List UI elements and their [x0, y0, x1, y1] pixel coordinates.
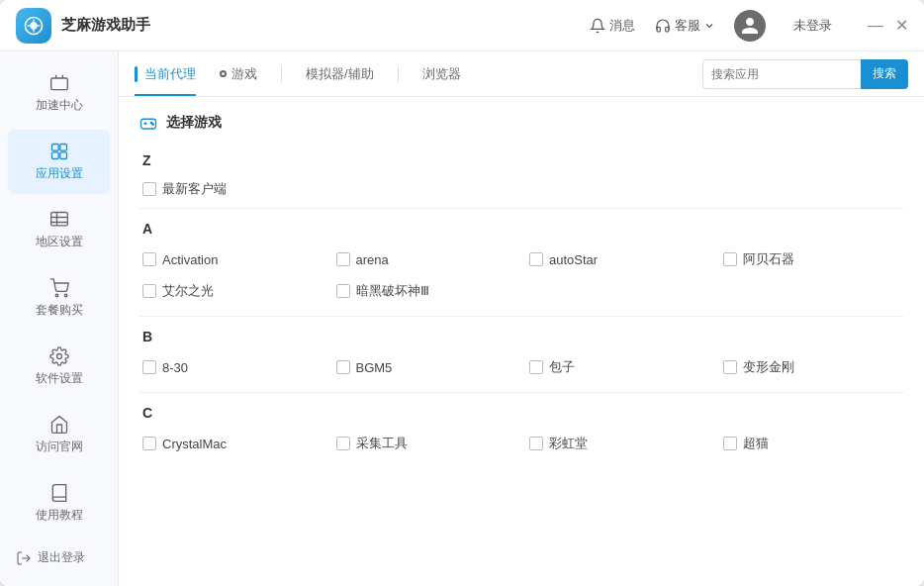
divider-bc: [139, 392, 904, 393]
section-b: B 8-30 BGM5 包子: [139, 321, 904, 384]
search-btn[interactable]: 搜索: [861, 59, 908, 89]
b830-checkbox[interactable]: [142, 360, 156, 374]
tab-emulator[interactable]: 模拟器/辅助: [306, 51, 374, 96]
game-item-abeshiqi[interactable]: 阿贝石器: [719, 248, 905, 270]
sidebar-item-speed[interactable]: 加速中心: [8, 61, 110, 126]
baozi-label: 包子: [549, 358, 575, 376]
game-item-caihongtang[interactable]: 彩虹堂: [525, 433, 711, 454]
bgm5-checkbox[interactable]: [336, 360, 350, 374]
airzhi-checkbox[interactable]: [142, 284, 156, 298]
caihongtang-label: 彩虹堂: [549, 435, 588, 452]
tab-game[interactable]: 游戏: [220, 51, 257, 96]
sidebar-item-software[interactable]: 软件设置: [8, 335, 110, 399]
game-area-title: 选择游戏: [166, 114, 222, 132]
tab-game-dot: [220, 70, 227, 77]
game-item-caijigongju[interactable]: 采集工具: [332, 433, 518, 454]
game-item-crystalmac[interactable]: CrystalMac: [139, 433, 324, 454]
section-a-label: A: [139, 213, 904, 243]
activation-checkbox[interactable]: [142, 252, 156, 266]
bianxingjin-label: 变形金刚: [743, 358, 794, 376]
svg-point-13: [55, 294, 58, 297]
svg-point-19: [152, 124, 154, 126]
tab-game-label: 游戏: [231, 65, 257, 83]
airzhi-label: 艾尔之光: [162, 282, 214, 300]
game-item-airzhi[interactable]: 艾尔之光: [139, 280, 324, 302]
tab-sep-2: [398, 66, 399, 82]
sidebar-official-label: 访问官网: [36, 439, 83, 455]
tab-browser[interactable]: 浏览器: [422, 51, 461, 96]
section-a-grid: Activation arena autoStar 阿贝石器: [139, 243, 904, 308]
game-area: 选择游戏 Z 最新客户端 A: [119, 97, 924, 586]
chaomao-checkbox[interactable]: [723, 437, 737, 450]
sidebar-item-tutorial[interactable]: 使用教程: [8, 471, 110, 536]
tab-proxy[interactable]: 当前代理: [135, 51, 196, 96]
main-window: 芝麻游戏助手 消息 客服: [0, 0, 924, 586]
logout-icon: [16, 550, 32, 566]
chaomao-label: 超猫: [743, 435, 769, 452]
game-area-header: 选择游戏: [139, 113, 904, 133]
caihongtang-checkbox[interactable]: [529, 437, 543, 450]
login-status[interactable]: 未登录: [793, 17, 832, 35]
tab-emulator-label: 模拟器/辅助: [306, 65, 374, 83]
section-b-grid: 8-30 BGM5 包子 变形金刚: [139, 350, 904, 384]
autostar-checkbox[interactable]: [529, 252, 543, 266]
sidebar-speed-label: 加速中心: [36, 97, 83, 114]
avatar[interactable]: [734, 10, 766, 42]
autostar-label: autoStar: [549, 252, 598, 267]
software-icon: [49, 346, 69, 366]
logout-btn[interactable]: 退出登录: [0, 537, 118, 578]
sidebar-item-official[interactable]: 访问官网: [8, 403, 110, 467]
baozi-checkbox[interactable]: [529, 360, 543, 374]
sidebar-item-app-settings[interactable]: 应用设置: [8, 130, 110, 194]
message-btn[interactable]: 消息: [590, 17, 635, 35]
service-btn[interactable]: 客服: [655, 17, 714, 35]
gamepad-icon: [139, 114, 157, 132]
abeshiqi-checkbox[interactable]: [723, 252, 737, 266]
close-btn[interactable]: ✕: [895, 18, 908, 34]
service-dropdown-icon: [704, 21, 714, 31]
caijigongju-label: 采集工具: [356, 435, 408, 452]
sidebar-item-region[interactable]: 地区设置: [8, 198, 110, 262]
game-item-anheipo[interactable]: 暗黑破坏神Ⅲ: [332, 280, 518, 302]
message-label: 消息: [609, 17, 635, 35]
latest-client-checkbox[interactable]: [142, 182, 156, 196]
game-item-autostar[interactable]: autoStar: [525, 248, 711, 270]
game-item-b830[interactable]: 8-30: [139, 356, 324, 378]
service-label: 客服: [675, 17, 700, 35]
latest-client-label: 最新客户端: [162, 180, 227, 198]
game-item-chaomao[interactable]: 超猫: [719, 433, 905, 454]
titlebar-actions: 消息 客服 未登录 — ✕: [590, 10, 908, 42]
minimize-btn[interactable]: —: [868, 18, 883, 34]
section-a: A Activation arena autoStar: [139, 213, 904, 308]
window-controls: — ✕: [868, 18, 908, 34]
divider-ab: [139, 316, 904, 317]
svg-rect-6: [59, 145, 66, 151]
bianxingjin-checkbox[interactable]: [723, 360, 737, 374]
content-area: 当前代理 游戏 模拟器/辅助 浏览器 搜索: [119, 51, 924, 586]
game-item-arena[interactable]: arena: [332, 248, 518, 270]
sidebar-item-package[interactable]: 套餐购买: [8, 266, 110, 331]
section-z: Z 最新客户端: [139, 145, 904, 204]
section-c: C CrystalMac 采集工具 彩虹堂: [139, 397, 904, 460]
sidebar-tutorial-label: 使用教程: [36, 507, 83, 524]
game-item-bgm5[interactable]: BGM5: [332, 356, 518, 378]
crystalmac-checkbox[interactable]: [142, 437, 156, 450]
app-settings-icon: [49, 142, 69, 161]
app-logo: [16, 8, 51, 44]
latest-client-item[interactable]: 最新客户端: [139, 174, 904, 204]
sidebar: 加速中心 应用设置 地区设置: [0, 51, 119, 586]
section-c-grid: CrystalMac 采集工具 彩虹堂 超猫: [139, 427, 904, 460]
sidebar-app-settings-label: 应用设置: [36, 165, 83, 182]
svg-rect-2: [50, 78, 67, 90]
game-item-activation[interactable]: Activation: [139, 248, 324, 270]
crystalmac-label: CrystalMac: [162, 437, 227, 451]
svg-rect-9: [50, 213, 67, 226]
arena-checkbox[interactable]: [336, 252, 350, 266]
anheipo-checkbox[interactable]: [336, 284, 350, 298]
search-input[interactable]: [702, 59, 861, 89]
caijigongju-checkbox[interactable]: [336, 437, 350, 450]
game-item-bianxingjin[interactable]: 变形金刚: [719, 356, 905, 378]
svg-rect-7: [51, 152, 58, 159]
game-item-baozi[interactable]: 包子: [525, 356, 711, 378]
sidebar-version: 版本V2.0.3: [0, 582, 118, 586]
